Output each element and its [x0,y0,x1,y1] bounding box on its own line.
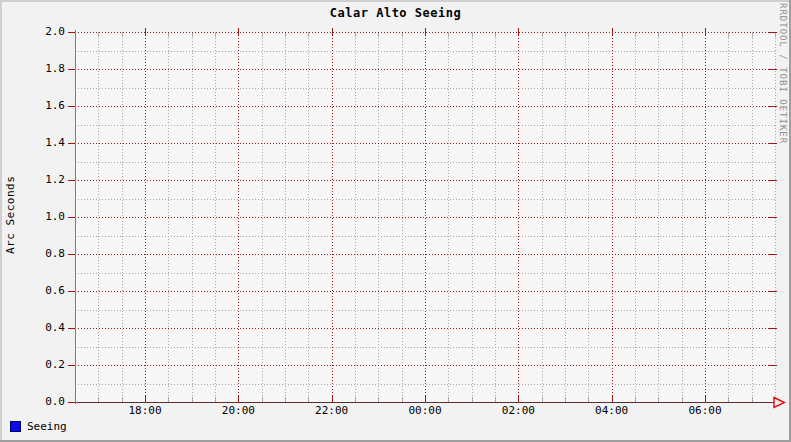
grid-major-h [75,402,775,403]
grid-major-h [75,328,775,329]
grid-minor-h [78,88,775,89]
grid-major-h [75,106,775,107]
y-tick-label: 2.0 [34,26,65,38]
y-major-tick-right [769,106,777,107]
grid-major-h [75,217,775,218]
grid-minor-h [78,51,775,52]
chart-title: Calar Alto Seeing [0,6,791,20]
grid-minor-h [78,162,775,163]
y-major-tick-right [769,32,777,33]
grid-major-h [75,143,775,144]
frame-border-top [0,0,791,2]
legend: Seeing [10,420,67,433]
y-axis-title: Arc Seconds [4,176,17,254]
y-major-tick-right [769,217,777,218]
rrdtool-watermark: RRDTOOL / TOBI OETIKER [778,3,788,144]
y-tick-label: 0.6 [34,285,65,297]
grid-minor-h [78,199,775,200]
x-tick-label: 18:00 [125,405,166,417]
grid-major-h [75,69,775,70]
x-tick-label: 00:00 [405,405,446,417]
rrdtool-graph: 18:0020:0022:0000:0002:0004:0006:002.01.… [0,0,791,442]
x-tick-label: 20:00 [218,405,259,417]
x-tick-label: 06:00 [685,405,726,417]
y-tick-label: 0.0 [34,396,65,408]
y-major-tick-right [769,291,777,292]
y-major-tick-right [769,69,777,70]
x-tick-label: 04:00 [591,405,632,417]
y-major-tick-right [769,365,777,366]
y-tick-label: 1.2 [34,174,65,186]
frame-border-left [0,0,2,442]
y-tick-label: 1.6 [34,100,65,112]
grid-minor-h [78,125,775,126]
y-axis-line [75,30,76,404]
grid-major-h [75,180,775,181]
grid-minor-h [78,310,775,311]
grid-major-h [75,365,775,366]
legend-label: Seeing [27,420,67,433]
grid-major-h [75,254,775,255]
y-tick-label: 0.2 [34,359,65,371]
y-tick-label: 0.4 [34,322,65,334]
y-major-tick-right [769,328,777,329]
y-tick-label: 1.8 [34,63,65,75]
y-major-tick-right [769,180,777,181]
grid-major-h [75,32,775,33]
legend-color-swatch [10,421,21,432]
y-major-tick-right [769,143,777,144]
y-major-tick-right [769,254,777,255]
x-tick-label: 22:00 [311,405,352,417]
y-tick-label: 1.4 [34,137,65,149]
y-tick-label: 1.0 [34,211,65,223]
grid-major-h [75,291,775,292]
grid-minor-h [78,273,775,274]
y-tick-label: 0.8 [34,248,65,260]
grid-minor-h [78,236,775,237]
grid-minor-h [78,384,775,385]
grid-minor-h [78,347,775,348]
x-axis-arrow-icon [773,396,786,409]
x-tick-label: 02:00 [498,405,539,417]
